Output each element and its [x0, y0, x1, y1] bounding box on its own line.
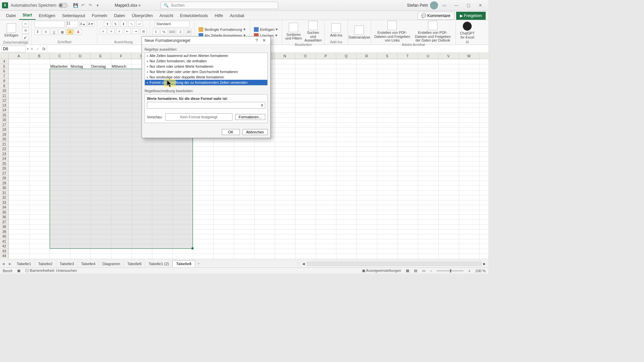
tab-daten[interactable]: Daten [111, 12, 128, 20]
search-box[interactable]: 🔍 Suchen [161, 2, 278, 9]
col-header-D[interactable]: D [70, 53, 91, 59]
row-header[interactable]: 43 [0, 249, 9, 254]
copy-icon[interactable]: ⧉ [22, 27, 29, 34]
rule-type-item[interactable]: Nur obere oder untere Werte formatieren [145, 64, 267, 69]
bold-icon[interactable]: F [35, 29, 41, 35]
toggle-switch[interactable] [58, 3, 68, 8]
filename-dropdown-icon[interactable]: ▾ [139, 3, 141, 8]
sheet-tab[interactable]: Tabelle1 [13, 261, 35, 267]
macro-icon[interactable]: ▣ [17, 268, 20, 273]
zoom-out-icon[interactable]: − [430, 269, 432, 273]
row-header[interactable]: 7 [0, 74, 9, 79]
sheet-nav-prev-icon[interactable]: ◄ [0, 262, 7, 266]
row-header[interactable]: 40 [0, 234, 9, 239]
tab-datei[interactable]: Datei [3, 12, 19, 20]
inc-decimal-icon[interactable]: .0 [177, 29, 183, 35]
row-header[interactable]: 14 [0, 108, 9, 113]
cancel-button[interactable]: Abbrechen [243, 129, 268, 135]
font-color-icon[interactable]: A [75, 29, 82, 35]
row-header[interactable]: 27 [0, 171, 9, 176]
format-painter-icon[interactable]: 🖌 [22, 34, 29, 40]
name-box[interactable]: D6 [1, 46, 25, 52]
row-header[interactable]: 44 [0, 253, 9, 258]
font-name-dropdown[interactable] [35, 21, 65, 27]
tab-acrobat[interactable]: Acrobat [226, 12, 248, 20]
align-bottom-icon[interactable]: ⬇ [120, 21, 127, 27]
indent-less-icon[interactable]: ⇤ [124, 28, 131, 34]
percent-icon[interactable]: % [161, 29, 167, 35]
row-header[interactable]: 30 [0, 185, 9, 190]
qat-undo-icon[interactable]: ↶ [79, 3, 87, 8]
tab-formeln[interactable]: Formeln [89, 12, 111, 20]
sheet-tab[interactable]: Diagramm [99, 261, 124, 267]
col-header-U[interactable]: U [418, 53, 438, 59]
tab-hilfe[interactable]: Hilfe [211, 12, 226, 20]
select-all-corner[interactable] [0, 53, 9, 59]
sheet-tab[interactable]: Tabelle4 [78, 261, 99, 267]
cut-icon[interactable]: ✂ [22, 21, 29, 27]
italic-icon[interactable]: K [43, 29, 49, 35]
col-header-O[interactable]: O [295, 53, 316, 59]
indent-more-icon[interactable]: ⇥ [132, 28, 139, 34]
align-center-icon[interactable]: ≡ [108, 28, 115, 34]
row-header[interactable]: 36 [0, 215, 9, 220]
row-header[interactable]: 5 [0, 64, 9, 69]
row-header[interactable]: 41 [0, 239, 9, 244]
qat-redo-icon[interactable]: ↷ [87, 3, 94, 8]
row-header[interactable]: 18 [0, 127, 9, 132]
sheet-tab[interactable]: Tabelle8 [172, 260, 195, 267]
sort-filter-button[interactable]: Sortieren und Filtern [285, 23, 302, 41]
view-layout-icon[interactable]: ▤ [414, 268, 417, 273]
col-header-V[interactable]: V [438, 53, 459, 59]
align-right-icon[interactable]: ≡ [116, 28, 123, 34]
rule-type-item[interactable]: Formel zur Ermittlung der zu formatieren… [145, 80, 267, 85]
fx-icon[interactable]: fx [41, 47, 47, 51]
orientation-icon[interactable]: ⤡ [128, 21, 135, 27]
row-header[interactable]: 6 [0, 69, 9, 74]
border-icon[interactable]: ▦ [59, 29, 65, 35]
conditional-formatting-button[interactable]: Bedingte Formatierung ▾ [197, 27, 247, 32]
tab-seitenlayout[interactable]: Seitenlayout [59, 12, 89, 20]
col-header-P[interactable]: P [316, 53, 336, 59]
add-sheet-button[interactable]: ＋ [195, 261, 202, 266]
row-header[interactable]: 32 [0, 195, 9, 200]
sheet-tab[interactable]: Tabelle2 [35, 261, 56, 267]
accessibility-status[interactable]: ⓘ Barrierefreiheit: Untersuchen [25, 268, 77, 273]
find-select-button[interactable]: Suchen und Auswählen [304, 21, 322, 43]
col-header-C[interactable]: C [50, 53, 70, 59]
row-header[interactable]: 15 [0, 113, 9, 118]
row-header[interactable]: 29 [0, 181, 9, 186]
row-header[interactable]: 24 [0, 156, 9, 161]
row-header[interactable]: 39 [0, 229, 9, 234]
row-header[interactable]: 35 [0, 210, 9, 215]
rule-type-item[interactable]: Nur Zellen formatieren, die enthalten [145, 58, 267, 64]
row-header[interactable]: 13 [0, 103, 9, 108]
dec-decimal-icon[interactable]: .00 [185, 29, 192, 35]
paste-button[interactable]: Einfügen [3, 23, 20, 38]
decrease-font-icon[interactable]: A▼ [88, 21, 94, 27]
display-settings-button[interactable]: ▣ Anzeigeeinstellungen [362, 268, 401, 273]
row-header[interactable]: 25 [0, 161, 9, 166]
share-button[interactable]: ▶ Freigeben [456, 12, 486, 20]
row-header[interactable]: 4 [0, 59, 9, 64]
row-header[interactable]: 23 [0, 152, 9, 157]
rule-type-item[interactable]: Nur Werte über oder unter dem Durchschni… [145, 69, 267, 74]
format-button[interactable]: Formatieren... [235, 114, 265, 120]
chatgpt-button[interactable]: ChatGPT for Excel [459, 21, 476, 39]
minimize-icon[interactable]: — [450, 3, 462, 8]
col-header-A[interactable]: A [9, 53, 29, 59]
ribbon-mode-icon[interactable]: ▭ [438, 3, 450, 8]
sheet-tab[interactable]: Tabelle3 [56, 261, 78, 267]
col-header-R[interactable]: R [357, 53, 377, 59]
scroll-track[interactable] [307, 262, 481, 266]
maximize-icon[interactable]: ▢ [462, 3, 474, 8]
rule-type-item[interactable]: Nur eindeutige oder doppelte Werte forma… [145, 74, 267, 80]
formula-input-field[interactable]: ⬆ [147, 102, 265, 109]
tab-überprüfen[interactable]: Überprüfen [128, 12, 156, 20]
qat-save-icon[interactable]: 💾 [72, 3, 79, 8]
merge-icon[interactable]: ⊞ [140, 28, 147, 34]
cancel-formula-icon[interactable]: ✕ [29, 47, 35, 51]
col-header-E[interactable]: E [91, 53, 111, 59]
scroll-right-icon[interactable]: ► [483, 262, 486, 266]
acrobat-create-button[interactable]: Erstellen von PDF-Dateien und Freigeben … [374, 21, 411, 43]
